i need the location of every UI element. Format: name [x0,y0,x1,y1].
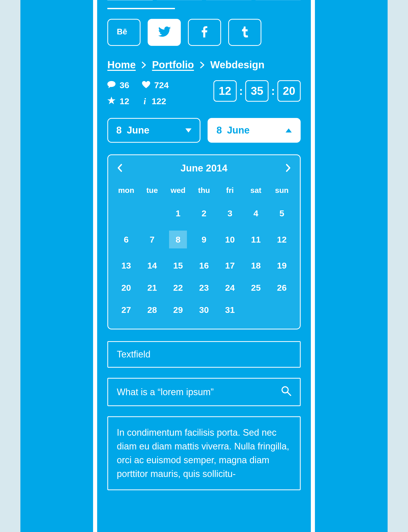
clock-minutes[interactable]: 35 [245,80,269,102]
twitter-icon [158,26,171,38]
calendar-dow: sat [243,181,269,202]
social-row: Bē [107,19,301,46]
caret-up-icon [286,128,292,132]
calendar-day[interactable]: 11 [243,224,269,255]
calendar-day[interactable]: 14 [139,255,165,277]
calendar-dow: thu [191,181,217,202]
clock: 12 : 35 : 20 [213,80,301,102]
breadcrumb-portfolio[interactable]: Portfolio [152,59,194,71]
calendar-day[interactable]: 6 [113,224,139,255]
calendar-day[interactable]: 25 [243,277,269,299]
calendar-day[interactable]: 19 [269,255,295,277]
calendar-day[interactable]: 17 [217,255,243,277]
calendar: June 2014 montuewedthufrisatsun123456789… [107,154,301,329]
facebook-button[interactable] [188,19,221,46]
text-field[interactable]: Textfield [107,341,301,368]
clock-seconds[interactable]: 20 [277,80,301,102]
breadcrumb-current: Webdesign [210,59,265,71]
calendar-day[interactable]: 1 [165,202,191,224]
search-icon[interactable] [281,386,291,398]
calendar-title: June 2014 [181,163,227,174]
progress-bar[interactable] [107,8,175,9]
textfield-placeholder: Textfield [117,349,150,360]
breadcrumb-home[interactable]: Home [107,59,136,71]
calendar-empty [139,202,165,224]
calendar-day[interactable]: 21 [139,277,165,299]
calendar-dow: tue [139,181,165,202]
date-dropdown-open[interactable]: 8 June [208,118,301,143]
stats-grid: 36 724 12 i 122 [107,80,169,106]
search-field[interactable] [107,378,301,406]
search-input[interactable] [117,387,276,397]
info-icon: i [142,97,148,106]
calendar-dow: sun [269,181,295,202]
textarea[interactable]: In condimentum facilisis porta. Sed nec … [107,416,301,490]
calendar-day[interactable]: 3 [217,202,243,224]
calendar-day[interactable]: 31 [217,299,243,321]
behance-button[interactable]: Bē [107,19,141,46]
calendar-day[interactable]: 18 [243,255,269,277]
date-dropdown-closed[interactable]: 8 June [107,118,200,143]
calendar-day[interactable]: 26 [269,277,295,299]
calendar-day[interactable]: 29 [165,299,191,321]
calendar-day[interactable]: 12 [269,224,295,255]
calendar-day[interactable]: 9 [191,224,217,255]
calendar-day[interactable]: 30 [191,299,217,321]
calendar-day[interactable]: 7 [139,224,165,255]
clock-sep: : [239,85,243,97]
progress-segment[interactable] [157,0,202,0]
calendar-empty [113,202,139,224]
stats-clock-row: 36 724 12 i 122 12 : 35 : [107,80,301,106]
clock-hours[interactable]: 12 [213,80,237,102]
calendar-day[interactable]: 22 [165,277,191,299]
stat-stars-value: 12 [120,96,129,106]
calendar-day[interactable]: 28 [139,299,165,321]
facebook-icon [202,26,207,38]
heart-icon [142,80,150,90]
date-day: 8 [116,125,122,136]
calendar-day[interactable]: 24 [217,277,243,299]
ui-kit-panel: Bē Home [93,0,315,532]
progress-segment[interactable] [256,0,301,0]
calendar-grid: montuewedthufrisatsun1234567891011121314… [113,181,295,321]
twitter-button[interactable] [148,19,181,46]
calendar-day[interactable]: 15 [165,255,191,277]
calendar-day[interactable]: 5 [269,202,295,224]
calendar-next[interactable] [286,164,291,173]
behance-icon: Bē [117,27,131,37]
calendar-day[interactable]: 23 [191,277,217,299]
progress-segment[interactable] [206,0,251,0]
stat-likes-value: 724 [154,80,169,90]
textarea-content: In condimentum facilisis porta. Sed nec … [117,427,289,479]
calendar-day[interactable]: 8 [165,224,191,255]
clock-sep: : [271,85,275,97]
svg-line-2 [288,392,291,395]
breadcrumb: Home Portfolio Webdesign [107,59,301,71]
calendar-day[interactable]: 2 [191,202,217,224]
date-pickers: 8 June 8 June [107,118,301,143]
svg-point-1 [282,387,288,393]
stat-info-value: 122 [152,96,166,106]
svg-text:Bē: Bē [117,27,127,36]
calendar-day[interactable]: 4 [243,202,269,224]
date-month: June [227,125,250,136]
stat-likes[interactable]: 724 [142,80,169,90]
progress-segment[interactable] [107,0,153,0]
stat-stars[interactable]: 12 [107,96,129,106]
calendar-day[interactable]: 10 [217,224,243,255]
tumblr-button[interactable] [228,19,261,46]
stat-comments[interactable]: 36 [107,80,129,90]
date-day: 8 [216,125,222,136]
star-icon [107,96,116,106]
calendar-prev[interactable] [117,164,122,173]
chevron-right-icon [200,61,205,69]
calendar-dow: fri [217,181,243,202]
calendar-day[interactable]: 20 [113,277,139,299]
progress-segments [107,0,301,0]
comment-icon [107,80,116,90]
calendar-day[interactable]: 13 [113,255,139,277]
stat-info[interactable]: i 122 [142,96,169,106]
calendar-day[interactable]: 27 [113,299,139,321]
calendar-dow: wed [165,181,191,202]
calendar-day[interactable]: 16 [191,255,217,277]
